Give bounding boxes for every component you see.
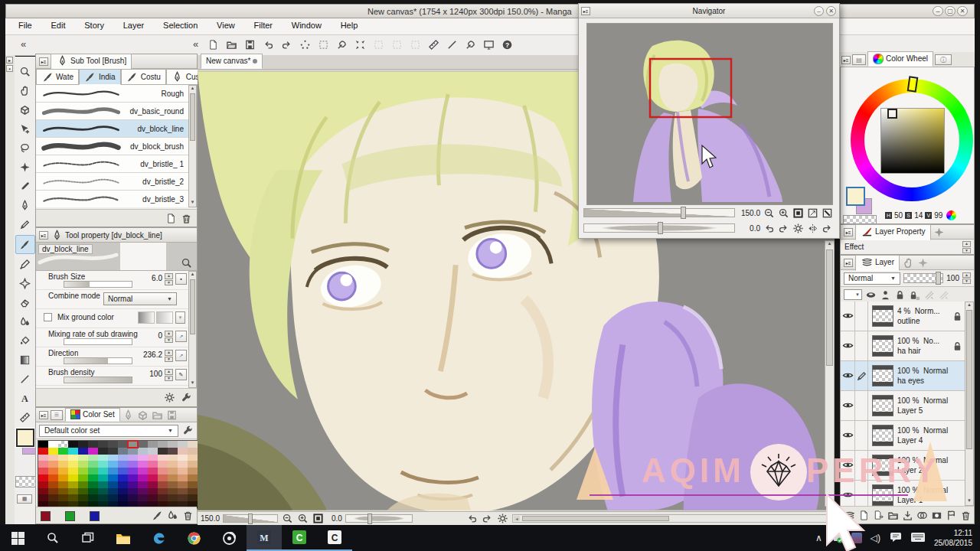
tool-strip-extra-icon[interactable]: ▦ — [17, 494, 32, 504]
palette-swatch[interactable] — [188, 494, 198, 501]
direction-slider[interactable] — [64, 357, 132, 364]
layer-thumbnail[interactable] — [872, 484, 893, 506]
palette-swatch[interactable] — [138, 481, 148, 488]
palette-swatch[interactable] — [88, 481, 98, 488]
palette-swatch[interactable] — [118, 494, 128, 501]
layer-row-Layer-2[interactable]: 100 % NormalLayer 2 — [841, 451, 965, 481]
panel-menu-icon[interactable]: ▸≡ — [844, 228, 853, 236]
panel-menu-icon[interactable]: ▸≡ — [841, 56, 851, 64]
taskbar-search-icon[interactable] — [35, 525, 70, 551]
layer-opacity-slider[interactable] — [903, 273, 943, 283]
add-color-icon[interactable] — [166, 509, 178, 521]
blend-mode-dropdown[interactable]: Normal▼ — [844, 272, 900, 285]
palette-swatch[interactable] — [68, 468, 78, 474]
palette-swatch[interactable] — [38, 494, 48, 501]
palette-swatch[interactable] — [138, 448, 148, 455]
layer-thumbnail[interactable] — [872, 305, 893, 327]
panel-menu-icon[interactable]: ▸≡ — [39, 411, 48, 419]
toolbar-new-page-icon[interactable] — [204, 37, 221, 52]
palette-swatch[interactable] — [38, 461, 48, 468]
palette-swatch[interactable] — [58, 481, 68, 488]
brush-item-dv_block_brush[interactable]: dv_block_brush — [36, 138, 188, 155]
layer-thumbnail[interactable] — [872, 455, 893, 476]
layer-visibility-icon[interactable] — [841, 340, 854, 353]
palette-swatch[interactable] — [38, 468, 48, 474]
search-layer-tab-icon[interactable] — [933, 226, 946, 238]
palette-swatch[interactable] — [88, 468, 98, 474]
menu-view[interactable]: View — [208, 18, 243, 33]
nav-zoom-in-icon[interactable] — [777, 207, 789, 219]
nav-zoom-out-icon[interactable] — [763, 207, 775, 219]
palette-swatch[interactable] — [58, 441, 68, 448]
palette-swatch[interactable] — [58, 455, 68, 461]
palette-swatch[interactable] — [68, 455, 78, 461]
direction-spinner[interactable]: ▲▼ — [165, 350, 173, 362]
brush-item-dv_bristle_ 1[interactable]: dv_bristle_ 1 — [36, 155, 188, 173]
palette-swatch[interactable] — [188, 441, 198, 448]
palette-swatch[interactable] — [118, 455, 128, 461]
palette-swatch[interactable] — [158, 474, 168, 481]
layer-visibility-icon[interactable] — [841, 370, 854, 383]
taskbar-task-view-icon[interactable] — [70, 525, 106, 551]
color-slider-tab-icon[interactable]: ▤ — [852, 54, 866, 65]
brush-size-slider[interactable] — [64, 281, 132, 288]
layer-move-tab-icon[interactable] — [902, 256, 914, 269]
color-mixer-tab-icon[interactable] — [166, 409, 178, 421]
palette-swatch[interactable] — [138, 494, 148, 501]
palette-swatch[interactable] — [118, 474, 128, 481]
palette-swatch[interactable] — [98, 448, 108, 455]
palette-swatch[interactable] — [148, 468, 158, 474]
palette-swatch[interactable] — [178, 441, 188, 448]
palette-swatch[interactable] — [148, 488, 158, 495]
toolbar-undo-icon[interactable] — [260, 37, 276, 52]
clip-layer-icon[interactable] — [923, 289, 935, 301]
palette-swatch[interactable] — [68, 448, 78, 455]
palette-swatch[interactable] — [168, 488, 178, 495]
tool-ruler[interactable] — [16, 409, 34, 426]
layer-color-dropdown[interactable]: ▼ — [844, 289, 862, 300]
nav-actual-size-icon[interactable] — [821, 207, 833, 219]
palette-swatch[interactable] — [58, 461, 68, 468]
layer-property-tab[interactable]: Layer Property — [855, 224, 931, 240]
palette-swatch[interactable] — [88, 488, 98, 495]
palette-swatch[interactable] — [68, 441, 78, 448]
palette-swatch[interactable] — [78, 481, 88, 488]
palette-swatch[interactable] — [68, 474, 78, 481]
tool-pencil[interactable] — [16, 216, 34, 233]
delete-subtool-icon[interactable] — [180, 212, 192, 224]
palette-swatch[interactable] — [68, 494, 78, 501]
palette-swatch[interactable] — [48, 441, 58, 448]
palette-swatch-selected[interactable] — [128, 441, 138, 448]
dock-toggle-icon[interactable]: ▸ — [6, 57, 13, 64]
palette-swatch[interactable] — [48, 488, 58, 495]
menu-window[interactable]: Window — [283, 18, 330, 33]
tool-brush[interactable] — [15, 235, 35, 254]
palette-swatch[interactable] — [108, 468, 118, 474]
layer-row-outline[interactable]: 4 % Norm...outline — [841, 302, 965, 331]
palette-swatch[interactable] — [148, 455, 158, 461]
new-subtool-icon[interactable] — [165, 212, 177, 224]
palette-swatch[interactable] — [158, 468, 168, 474]
color-set-preset-dropdown[interactable]: Default color set▼ — [39, 425, 178, 437]
palette-swatch[interactable] — [168, 481, 178, 488]
rotate-left-icon[interactable] — [466, 513, 479, 525]
tool-fill[interactable] — [16, 332, 34, 350]
subtool-group-water[interactable]: Wate — [36, 69, 79, 85]
palette-swatch[interactable] — [178, 468, 188, 474]
toolbar-save-icon[interactable] — [241, 37, 258, 52]
palette-swatch[interactable] — [148, 481, 158, 488]
palette-swatch[interactable] — [38, 441, 48, 448]
new-folder-icon[interactable] — [887, 509, 899, 521]
palette-swatch[interactable] — [148, 461, 158, 468]
palette-swatch[interactable] — [108, 448, 118, 455]
layer-row-ha-hair[interactable]: 100 % No...ha hair — [841, 331, 965, 361]
intermediate-color-tab-icon[interactable] — [137, 409, 149, 421]
palette-swatch[interactable] — [178, 494, 188, 501]
palette-swatch[interactable] — [78, 474, 88, 481]
brush-list-scrollbar[interactable]: ▲ ▼ — [188, 85, 197, 207]
layer-thumbnail[interactable] — [872, 395, 893, 416]
panel-menu-icon[interactable]: ▸≡ — [844, 259, 853, 267]
dock-toggle2-icon[interactable]: ▪ — [6, 65, 13, 72]
palette-swatch[interactable] — [48, 481, 58, 488]
direction-curve-button[interactable]: ↗ — [175, 350, 187, 361]
